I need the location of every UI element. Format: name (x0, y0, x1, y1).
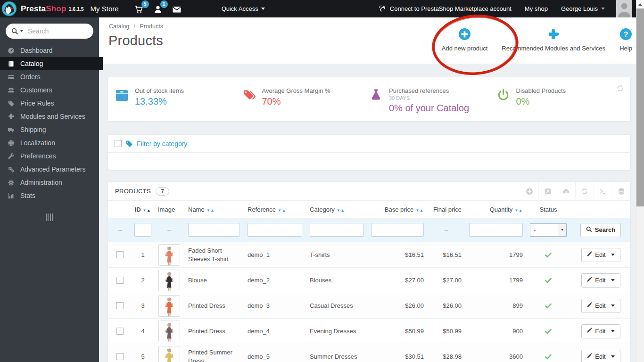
sort-arrows-icon[interactable]: ▼▲ (415, 208, 424, 213)
sort-arrows-icon[interactable]: ▼▲ (337, 208, 345, 213)
toolbar-refresh-icon[interactable] (575, 182, 594, 201)
column-header-name[interactable]: Name▼▲ (184, 206, 244, 213)
edit-dropdown-icon[interactable] (611, 330, 615, 332)
edit-button[interactable]: Edit (581, 273, 620, 288)
search-input[interactable] (28, 27, 88, 35)
filter-select-status[interactable]: -▼ (530, 223, 567, 237)
row-checkbox[interactable] (116, 277, 124, 284)
filter-input-quantity[interactable] (469, 223, 523, 237)
filter-input-reference[interactable] (248, 223, 302, 237)
row-checkbox[interactable] (116, 353, 124, 360)
table-row: 1Faded Short Sleeves T-shirtdemo_1T-shir… (108, 242, 630, 268)
row-checkbox[interactable] (116, 328, 124, 335)
sort-arrows-icon[interactable]: ▼▲ (514, 208, 523, 213)
window-scrollbar[interactable] (636, 0, 644, 362)
scrollbar-up-arrow[interactable] (636, 0, 644, 8)
toolbar-database-icon[interactable] (612, 182, 630, 201)
sidebar-item-label: Shipping (20, 126, 46, 133)
products-count-badge: 7 (156, 187, 169, 196)
product-image[interactable] (158, 244, 180, 266)
toolbar-sql-query-icon[interactable] (594, 182, 612, 201)
kpi-label: Purchased references (389, 87, 469, 94)
sidebar-item-advanced-parameters[interactable]: Advanced Parameters (0, 163, 99, 176)
sidebar-item-stats[interactable]: Stats (0, 189, 99, 202)
marketplace-connect-link[interactable]: Connect to PrestaShop Marketplace accoun… (379, 5, 512, 13)
filter-input-name[interactable] (188, 223, 240, 237)
table-filter-row: -------▼Search (108, 218, 630, 242)
store-name-link[interactable]: My Store (91, 5, 119, 13)
status-enabled-icon[interactable] (545, 251, 552, 259)
scrollbar-thumb[interactable] (636, 8, 644, 206)
messages-icon[interactable] (172, 4, 182, 14)
search-button[interactable]: Search (580, 223, 621, 237)
customers-online-badge: 1 (160, 0, 168, 8)
edit-dropdown-icon[interactable] (611, 304, 615, 307)
sidebar-item-localization[interactable]: Localization (0, 136, 99, 149)
status-enabled-icon[interactable] (545, 302, 552, 310)
price-rules-icon (7, 99, 15, 107)
edit-button[interactable]: Edit (581, 299, 620, 313)
filter-cell: Search (570, 223, 631, 237)
status-enabled-icon[interactable] (545, 277, 552, 284)
toolbar-add-icon[interactable] (520, 182, 538, 201)
edit-dropdown-icon[interactable] (611, 254, 615, 256)
cell-category: Summer Dresses (306, 353, 367, 360)
edit-button[interactable]: Edit (581, 324, 620, 338)
sidebar-item-orders[interactable]: Orders (0, 70, 99, 83)
breadcrumb-parent[interactable]: Catalog (109, 23, 129, 30)
sidebar-item-customers[interactable]: Customers (0, 83, 99, 97)
product-image[interactable] (158, 346, 180, 362)
sort-arrows-icon[interactable]: ▼▲ (143, 208, 151, 213)
filter-by-category-link[interactable]: Filter by category (137, 140, 187, 148)
filter-cell: -▼ (527, 223, 570, 237)
column-header-category[interactable]: Category▼▲ (306, 206, 367, 213)
help-button[interactable]: ?Help (619, 28, 632, 52)
sidebar-item-modules-and-services[interactable]: Modules and Services (0, 110, 99, 123)
status-enabled-icon[interactable] (545, 328, 552, 335)
sidebar-item-catalog[interactable]: Catalog (0, 57, 99, 70)
edit-dropdown-icon[interactable] (611, 355, 615, 358)
row-checkbox[interactable] (116, 251, 124, 258)
user-avatar[interactable] (616, 0, 632, 17)
column-header-base-price[interactable]: Base price▼▲ (367, 206, 428, 213)
filter-category-checkbox[interactable] (115, 140, 122, 147)
toolbar-export-icon[interactable] (538, 182, 557, 201)
edit-button[interactable]: Edit (581, 248, 620, 262)
product-image[interactable] (158, 270, 180, 291)
sidebar-search[interactable] (6, 24, 93, 39)
edit-button[interactable]: Edit (581, 350, 620, 362)
product-image[interactable] (158, 321, 180, 342)
search-scope-caret-icon[interactable] (20, 30, 23, 32)
user-menu[interactable]: George Louis (561, 5, 605, 12)
collapse-menu-icon[interactable] (46, 214, 54, 221)
sidebar-item-preferences[interactable]: Preferences (0, 149, 99, 163)
sidebar-item-price-rules[interactable]: Price Rules (0, 97, 99, 110)
sort-arrows-icon[interactable]: ▼▲ (206, 208, 215, 213)
my-shop-link[interactable]: My shop (525, 5, 548, 12)
filter-input-base-price[interactable] (371, 223, 424, 237)
sidebar-item-administration[interactable]: Administration (0, 176, 99, 189)
page-actions: Add new productRecommended Modules and S… (442, 28, 632, 52)
column-header-quantity[interactable]: Quantity▼▲ (465, 206, 527, 213)
status-enabled-icon[interactable] (545, 353, 552, 361)
refresh-kpi-icon[interactable] (616, 84, 624, 92)
column-header-reference[interactable]: Reference▼▲ (244, 206, 306, 213)
sidebar-menu: DashboardCatalogOrdersCustomersPrice Rul… (0, 44, 99, 202)
cart-icon[interactable]: 5 (134, 4, 145, 14)
add-new-product-button[interactable]: Add new product (442, 28, 488, 52)
sidebar-item-dashboard[interactable]: Dashboard (0, 44, 99, 57)
prestashop-logo-icon[interactable] (1, 1, 17, 16)
sidebar-item-shipping[interactable]: Shipping (0, 123, 99, 136)
filter-input-category[interactable] (310, 223, 363, 237)
column-header-id[interactable]: ID▼▲ (132, 206, 154, 213)
recommended-modules-and-services-button[interactable]: Recommended Modules and Services (502, 28, 605, 52)
filter-input-id[interactable] (134, 223, 151, 237)
row-checkbox[interactable] (116, 302, 124, 309)
cell-id: 2 (132, 277, 154, 284)
quick-access-menu[interactable]: Quick Access (222, 5, 265, 12)
toolbar-import-icon[interactable] (557, 182, 575, 201)
customers-online-icon[interactable]: 1 (153, 4, 164, 14)
product-image[interactable] (158, 295, 180, 317)
edit-dropdown-icon[interactable] (611, 279, 615, 281)
sort-arrows-icon[interactable]: ▼▲ (278, 208, 286, 213)
